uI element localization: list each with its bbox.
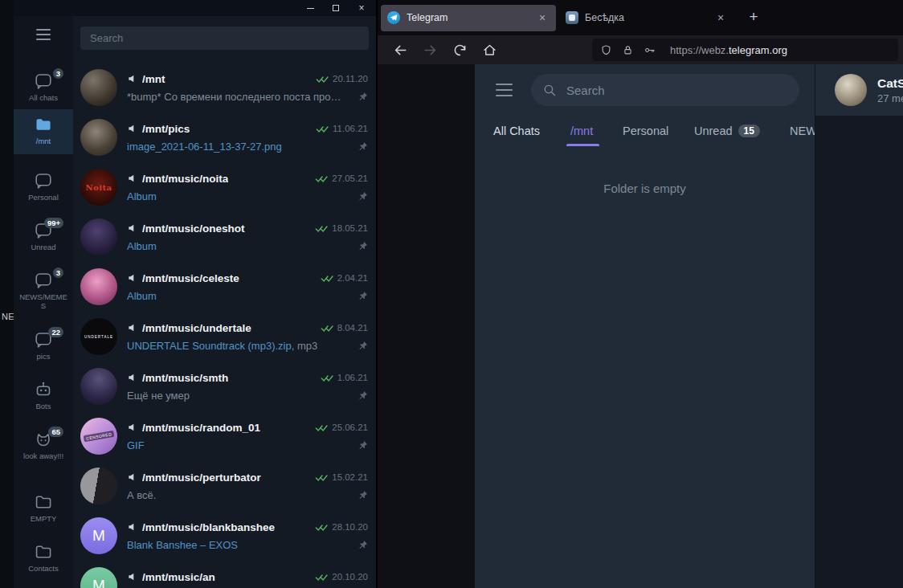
folder-tab-news-memes[interactable]: 3 NEWS/MEMES bbox=[14, 265, 73, 315]
channel-megaphone-icon bbox=[127, 521, 138, 533]
chat-avatar bbox=[80, 119, 117, 156]
chat-avatar bbox=[80, 218, 117, 255]
chat-avatar: M bbox=[80, 517, 117, 554]
chat-row-body: /mnt/music/undertale8.04.21 UNDERTALE So… bbox=[127, 321, 368, 353]
close-button[interactable]: × bbox=[355, 0, 368, 16]
chat-title: /mnt/music/smth bbox=[142, 372, 228, 384]
chat-row-body: /mnt20.11.20 *bump* Со времени последнег… bbox=[127, 71, 368, 104]
browser-tab-strip: Telegram × Бесѣдка × + bbox=[378, 0, 903, 35]
folder-tab-personal[interactable]: Personal bbox=[14, 165, 73, 204]
tracking-shield-icon[interactable] bbox=[600, 44, 612, 56]
folder-tab-empty[interactable]: EMPTY bbox=[14, 487, 73, 525]
folder-tab-pics[interactable]: 22 pics bbox=[14, 325, 73, 363]
chat-list-item[interactable]: M /mnt/music/blankbanshee28.10.20 Blank … bbox=[73, 511, 376, 561]
folder-tab-unread[interactable]: 99+ Unread bbox=[14, 215, 73, 254]
web-folder-tabs: All Chats /mnt Personal Unread15 NEWS bbox=[475, 117, 815, 148]
chat-title: /mnt bbox=[142, 73, 165, 85]
chat-title: /mnt/music/perturbator bbox=[142, 472, 261, 484]
read-double-check-icon bbox=[315, 523, 329, 532]
minimize-icon bbox=[307, 8, 314, 9]
maximize-icon bbox=[333, 5, 339, 11]
channel-megaphone-icon bbox=[127, 372, 138, 383]
web-search-bar[interactable] bbox=[531, 74, 799, 106]
search-bar bbox=[73, 16, 376, 63]
hamburger-icon bbox=[36, 39, 51, 40]
titlebar[interactable]: × bbox=[14, 0, 376, 16]
avatar-caption: CENSORED bbox=[83, 431, 114, 443]
chat-row-body: /mnt/music/an20.10.20 bbox=[127, 570, 368, 588]
chat-list-item[interactable]: CENSORED /mnt/music/random_0125.06.21 GI… bbox=[73, 411, 376, 461]
browser-tab-besedka[interactable]: Бесѣдка × bbox=[559, 5, 734, 31]
chat-list-item[interactable]: /mnt/music/oneshot18.05.21 Album bbox=[73, 212, 376, 262]
search-input[interactable] bbox=[80, 27, 369, 50]
chat-row-body: /mnt/music/perturbator15.02.21 А всё. bbox=[127, 470, 368, 503]
web-message-area bbox=[815, 116, 903, 588]
web-search-input[interactable] bbox=[566, 84, 788, 97]
chat-title: /mnt/music/oneshot bbox=[142, 223, 245, 235]
pinned-icon bbox=[358, 540, 368, 550]
folder-icon bbox=[34, 115, 53, 134]
web-page: All Chats /mnt Personal Unread15 NEWS Fo… bbox=[378, 64, 903, 588]
unread-count-badge: 15 bbox=[738, 125, 760, 137]
folder-tab-look-away[interactable]: 65 look away!!! bbox=[14, 424, 73, 474]
chat-last-message: UNDERTALE Soundtrack (mp3).zip, mp3 bbox=[127, 340, 351, 352]
telegram-favicon-icon bbox=[387, 11, 400, 24]
chat-avatar: Noita bbox=[80, 169, 117, 206]
new-tab-button[interactable]: + bbox=[742, 6, 765, 29]
pinned-icon bbox=[358, 92, 368, 102]
maximize-button[interactable] bbox=[329, 0, 342, 16]
folder-tab-all-chats[interactable]: 3 All chats bbox=[14, 66, 73, 106]
web-tab-unread[interactable]: Unread15 bbox=[694, 125, 760, 138]
message-link: Album bbox=[127, 290, 157, 302]
menu-button[interactable] bbox=[36, 29, 51, 40]
chat-list-item[interactable]: /mnt/music/perturbator15.02.21 А всё. bbox=[73, 461, 376, 511]
read-double-check-icon bbox=[315, 573, 329, 582]
background-window-strip: NE bbox=[0, 0, 14, 588]
chat-last-message: Ещё не умер bbox=[127, 390, 351, 402]
chat-avatar bbox=[835, 74, 867, 106]
message-link: image_2021-06-11_13-37-27.png bbox=[127, 141, 282, 153]
chat-last-message: Album bbox=[127, 240, 351, 252]
chat-list-item[interactable]: /mnt/pics11.06.21 image_2021-06-11_13-37… bbox=[73, 112, 376, 162]
web-tab-personal[interactable]: Personal bbox=[623, 125, 668, 137]
chat-list-item[interactable]: Noita /mnt/music/noita27.05.21 Album bbox=[73, 162, 376, 212]
folder-label: pics bbox=[37, 352, 51, 361]
chat-row-body: /mnt/music/celeste2.04.21 Album bbox=[127, 271, 368, 304]
read-double-check-icon bbox=[316, 125, 329, 133]
chat-avatar bbox=[80, 268, 117, 305]
tab-close-icon[interactable]: × bbox=[535, 11, 550, 24]
web-menu-button[interactable] bbox=[496, 84, 513, 96]
web-tab-mnt[interactable]: /mnt bbox=[570, 125, 593, 137]
back-button[interactable] bbox=[393, 43, 408, 58]
browser-tab-telegram[interactable]: Telegram × bbox=[381, 5, 556, 31]
app-body: 3 All chats /mnt Personal 99+ Unread 3 N… bbox=[14, 16, 376, 588]
message-text: А всё. bbox=[127, 489, 156, 501]
folder-tab-mnt[interactable]: /mnt bbox=[14, 109, 73, 154]
address-bar[interactable]: https://webz.telegram.org bbox=[592, 39, 898, 61]
message-link: Album bbox=[127, 190, 157, 202]
folder-tab-bots[interactable]: Bots bbox=[14, 374, 73, 413]
pinned-icon bbox=[358, 490, 368, 500]
web-tab-all-chats[interactable]: All Chats bbox=[493, 125, 540, 137]
read-double-check-icon bbox=[321, 274, 334, 283]
chat-list-item[interactable]: M /mnt/music/an20.10.20 bbox=[73, 561, 376, 588]
folder-tab-contacts[interactable]: Contacts bbox=[14, 537, 73, 575]
folder-label: Bots bbox=[35, 402, 51, 410]
chat-bubble-icon bbox=[34, 271, 53, 290]
avatar-caption: Noita bbox=[85, 183, 112, 192]
channel-megaphone-icon bbox=[127, 422, 138, 433]
minimize-button[interactable] bbox=[304, 0, 317, 16]
lock-icon[interactable] bbox=[622, 44, 634, 56]
chat-list-item[interactable]: /mnt20.11.20 *bump* Со времени последнег… bbox=[73, 63, 376, 112]
home-button[interactable] bbox=[482, 43, 497, 58]
chat-list-item[interactable]: UNDERTALE /mnt/music/undertale8.04.21 UN… bbox=[73, 312, 376, 361]
reload-button[interactable] bbox=[452, 43, 468, 58]
chat-date: 27.05.21 bbox=[332, 174, 368, 183]
web-tab-news[interactable]: NEWS bbox=[790, 125, 815, 137]
web-chat-header[interactable]: CatS 27 me bbox=[815, 64, 903, 116]
key-icon[interactable] bbox=[644, 44, 656, 56]
chat-list-item[interactable]: /mnt/music/smth1.06.21 Ещё не умер bbox=[73, 361, 376, 411]
forward-button[interactable] bbox=[423, 43, 438, 58]
chat-list-item[interactable]: /mnt/music/celeste2.04.21 Album bbox=[73, 262, 376, 312]
tab-close-icon[interactable]: × bbox=[713, 11, 728, 24]
